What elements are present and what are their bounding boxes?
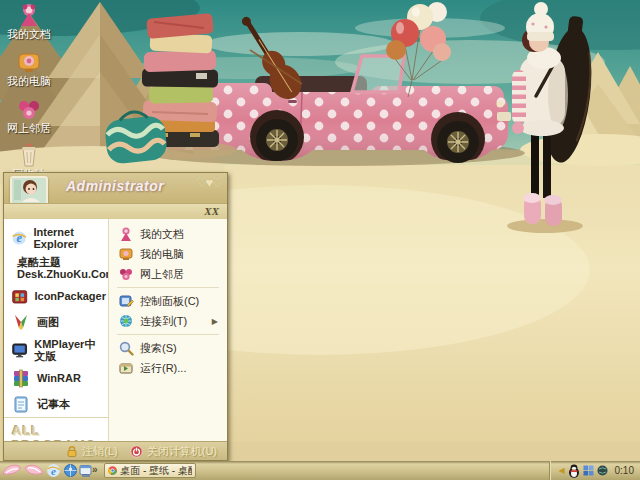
my-computer-icon (118, 246, 134, 262)
menu-item-paint[interactable]: 画图 (4, 309, 108, 335)
run-icon (118, 360, 134, 376)
separator (117, 334, 219, 335)
start-menu: Administrator ♡♥♡ XX e Internet Explorer (3, 172, 228, 461)
shut-down-button[interactable]: 关闭计算机(U) (130, 444, 217, 459)
svg-text:e: e (51, 465, 56, 477)
menu-item-my-documents[interactable]: 我的文档 (109, 224, 227, 244)
network-places-icon (118, 266, 134, 282)
connect-to-icon (118, 313, 134, 329)
start-menu-places-column: 我的文档 我的电脑 网上邻居 (108, 219, 227, 441)
chrome-icon (108, 465, 117, 476)
notepad-icon (11, 394, 31, 414)
desktop-icon-network-places[interactable]: 网上邻居 (2, 96, 56, 134)
desktop: 我的文档 我的电脑 网上邻居 回收站 (0, 0, 640, 480)
quicklaunch-internet-explorer[interactable]: e (46, 463, 61, 478)
start-menu-pinned-column: e Internet Explorer 桌酷主题 Desk.ZhuoKu.Com (4, 219, 108, 441)
my-documents-icon (118, 226, 134, 242)
menu-item-network-places[interactable]: 网上邻居 (109, 264, 227, 284)
quicklaunch-browser-globe[interactable] (63, 463, 78, 478)
power-icon (130, 445, 143, 458)
menu-item-winrar[interactable]: WinRAR (4, 365, 108, 391)
avatar-girl-icon (12, 178, 42, 202)
task-button-label: 桌面 - 壁纸 - 桌酷... (120, 464, 192, 478)
username: Administrator (66, 178, 164, 194)
internet-explorer-icon: e (11, 228, 27, 248)
messenger-window-icon[interactable] (583, 465, 594, 476)
tray-globe-icon[interactable] (597, 465, 608, 476)
quicklaunch-show-desktop[interactable] (78, 463, 93, 478)
iconpackager-icon (11, 286, 28, 306)
log-off-button[interactable]: 注销(L) (66, 444, 117, 459)
menu-item-run[interactable]: 运行(R)... (109, 358, 227, 378)
separator (117, 287, 219, 288)
start-wings-icon (1, 461, 45, 480)
desktop-icon-label: 网上邻居 (2, 123, 56, 134)
kmplayer-icon (11, 340, 28, 360)
search-icon (118, 340, 134, 356)
recycle-bin-icon (16, 142, 42, 168)
log-off-label: 注销(L) (82, 444, 117, 459)
menu-item-zhuoku-theme[interactable]: 桌酷主题 Desk.ZhuoKu.Com (4, 253, 108, 283)
clock[interactable]: 0:10 (615, 465, 634, 476)
desktop-icon-my-documents[interactable]: 我的文档 (2, 2, 56, 40)
start-menu-header: Administrator ♡♥♡ (4, 173, 227, 203)
network-places-icon (16, 96, 42, 122)
shut-down-label: 关闭计算机(U) (147, 444, 217, 459)
winrar-icon (11, 368, 31, 388)
menu-item-kmplayer[interactable]: KMPlayer中文版 (4, 335, 108, 365)
qq-penguin-icon[interactable] (568, 464, 580, 478)
quicklaunch-overflow-chevron[interactable]: » (92, 464, 98, 475)
paint-icon (11, 312, 31, 332)
menu-item-my-computer[interactable]: 我的电脑 (109, 244, 227, 264)
menu-item-search[interactable]: 搜索(S) (109, 338, 227, 358)
system-tray: ◀ 0:10 (549, 461, 640, 480)
tray-hide-icons-chevron[interactable]: ◀ (558, 466, 564, 475)
submenu-arrow-icon: ▶ (212, 317, 223, 326)
show-desktop-icon (78, 463, 93, 478)
desktop-icon-my-computer[interactable]: 我的电脑 (2, 49, 56, 87)
my-documents-icon (16, 2, 42, 28)
menu-item-connect-to[interactable]: 连接到(T) ▶ (109, 311, 227, 331)
desktop-icon-label: 我的电脑 (2, 76, 56, 87)
taskbar: e » 桌面 - 壁纸 (0, 461, 640, 480)
lock-icon (66, 445, 78, 457)
start-menu-footer: 注销(L) 关闭计算机(U) (4, 441, 227, 460)
my-computer-icon (16, 49, 42, 75)
globe-icon (63, 463, 78, 478)
menu-item-iconpackager[interactable]: IconPackager (4, 283, 108, 309)
task-button-wallpaper-page[interactable]: 桌面 - 壁纸 - 桌酷... (104, 463, 196, 478)
menu-item-control-panel[interactable]: 控制面板(C) (109, 291, 227, 311)
hearts-decoration: ♡♥♡ (196, 175, 221, 190)
svg-text:e: e (16, 231, 22, 245)
desktop-icon-label: 我的文档 (2, 29, 56, 40)
corner-signature: XX (204, 205, 219, 217)
menu-item-notepad[interactable]: 记事本 (4, 391, 108, 417)
internet-explorer-icon: e (46, 463, 61, 478)
start-menu-substrip: XX (4, 203, 227, 219)
control-panel-icon (118, 293, 134, 309)
start-button[interactable] (1, 461, 45, 480)
menu-item-internet-explorer[interactable]: e Internet Explorer (4, 223, 108, 253)
